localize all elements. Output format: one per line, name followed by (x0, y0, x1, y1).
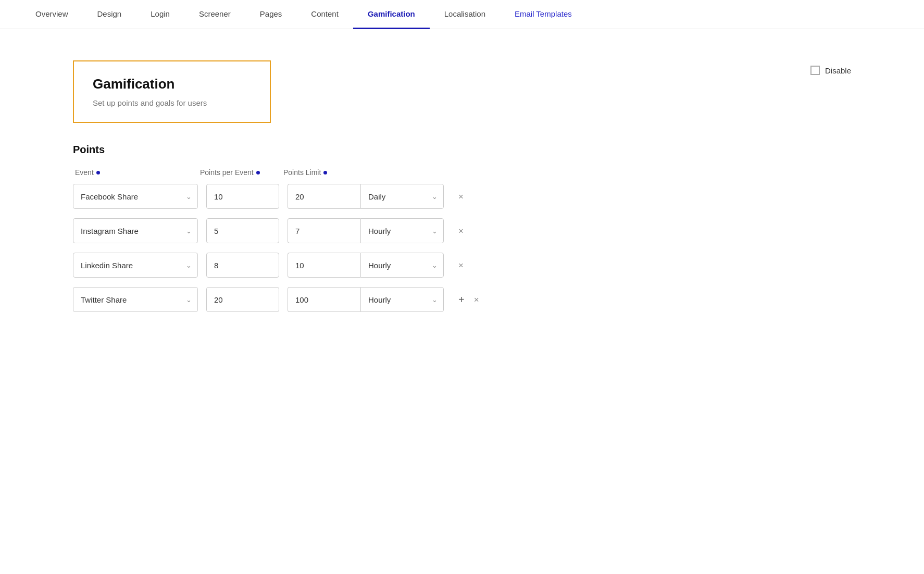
nav-tab-email-templates[interactable]: Email Templates (500, 0, 586, 29)
points-title: Points (73, 144, 851, 156)
points-per-event-input-4[interactable] (206, 287, 279, 312)
remove-row-button-4[interactable]: × (472, 293, 481, 306)
points-row-2: Facebook ShareInstagram ShareLinkedin Sh… (73, 218, 851, 243)
page-title: Gamification (93, 76, 251, 92)
nav-bar: OverviewDesignLoginScreenerPagesContentG… (0, 0, 924, 29)
points-rows: Facebook ShareInstagram ShareLinkedin Sh… (73, 184, 851, 312)
gamification-card: Gamification Set up points and goals for… (73, 60, 271, 123)
points-per-event-input-3[interactable] (206, 253, 279, 278)
limit-input-4[interactable] (288, 287, 360, 312)
limit-group-3: DailyHourlyWeeklyMonthly⌄ (288, 253, 444, 278)
limit-input-3[interactable] (288, 253, 360, 278)
nav-tab-design[interactable]: Design (83, 0, 136, 29)
points-per-event-input-2[interactable] (206, 218, 279, 243)
remove-row-button-2[interactable]: × (456, 224, 466, 238)
freq-select-wrapper-3: DailyHourlyWeeklyMonthly⌄ (360, 253, 444, 278)
freq-select-1[interactable]: DailyHourlyWeeklyMonthly (360, 184, 444, 209)
remove-row-button-3[interactable]: × (456, 259, 466, 272)
disable-checkbox[interactable] (810, 66, 820, 75)
freq-select-wrapper-4: DailyHourlyWeeklyMonthly⌄ (360, 287, 444, 312)
event-select-wrapper-1: Facebook ShareInstagram ShareLinkedin Sh… (73, 184, 198, 209)
event-select-3[interactable]: Facebook ShareInstagram ShareLinkedin Sh… (73, 253, 198, 278)
dot-event (96, 171, 100, 174)
points-row-1: Facebook ShareInstagram ShareLinkedin Sh… (73, 184, 851, 209)
action-icons-1: × (456, 190, 466, 203)
limit-group-4: DailyHourlyWeeklyMonthly⌄ (288, 287, 444, 312)
freq-select-4[interactable]: DailyHourlyWeeklyMonthly (360, 287, 444, 312)
col-event-header: Event (75, 168, 200, 177)
main-content: Gamification Set up points and goals for… (0, 29, 924, 353)
disable-label: Disable (825, 66, 851, 75)
limit-input-2[interactable] (288, 218, 360, 243)
nav-tab-gamification[interactable]: Gamification (353, 0, 430, 29)
col-limit-header: Points Limit (283, 168, 851, 177)
points-per-event-input-1[interactable] (206, 184, 279, 209)
header-section: Gamification Set up points and goals for… (73, 60, 851, 123)
event-select-wrapper-4: Facebook ShareInstagram ShareLinkedin Sh… (73, 287, 198, 312)
event-select-wrapper-3: Facebook ShareInstagram ShareLinkedin Sh… (73, 253, 198, 278)
dot-points (256, 171, 260, 174)
action-icons-4: +× (456, 292, 481, 307)
limit-group-1: DailyHourlyWeeklyMonthly⌄ (288, 184, 444, 209)
nav-tab-login[interactable]: Login (136, 0, 184, 29)
remove-row-button-1[interactable]: × (456, 190, 466, 203)
action-icons-2: × (456, 224, 466, 238)
action-icons-3: × (456, 259, 466, 272)
freq-select-wrapper-1: DailyHourlyWeeklyMonthly⌄ (360, 184, 444, 209)
add-row-button-4[interactable]: + (456, 292, 467, 307)
limit-group-2: DailyHourlyWeeklyMonthly⌄ (288, 218, 444, 243)
limit-input-1[interactable] (288, 184, 360, 209)
freq-select-2[interactable]: DailyHourlyWeeklyMonthly (360, 218, 444, 243)
freq-select-3[interactable]: DailyHourlyWeeklyMonthly (360, 253, 444, 278)
nav-tab-overview[interactable]: Overview (21, 0, 83, 29)
col-points-header: Points per Event (200, 168, 283, 177)
points-section: Points Event Points per Event Points Lim… (73, 144, 851, 312)
event-select-wrapper-2: Facebook ShareInstagram ShareLinkedin Sh… (73, 218, 198, 243)
event-select-4[interactable]: Facebook ShareInstagram ShareLinkedin Sh… (73, 287, 198, 312)
event-select-1[interactable]: Facebook ShareInstagram ShareLinkedin Sh… (73, 184, 198, 209)
points-row-3: Facebook ShareInstagram ShareLinkedin Sh… (73, 253, 851, 278)
page-subtitle: Set up points and goals for users (93, 98, 251, 107)
disable-section: Disable (810, 60, 851, 75)
nav-tab-screener[interactable]: Screener (184, 0, 245, 29)
points-row-4: Facebook ShareInstagram ShareLinkedin Sh… (73, 287, 851, 312)
freq-select-wrapper-2: DailyHourlyWeeklyMonthly⌄ (360, 218, 444, 243)
nav-tab-pages[interactable]: Pages (245, 0, 297, 29)
event-select-2[interactable]: Facebook ShareInstagram ShareLinkedin Sh… (73, 218, 198, 243)
table-headers: Event Points per Event Points Limit (73, 168, 851, 177)
nav-tab-content[interactable]: Content (296, 0, 353, 29)
dot-limit (323, 171, 327, 174)
nav-tab-localisation[interactable]: Localisation (430, 0, 500, 29)
